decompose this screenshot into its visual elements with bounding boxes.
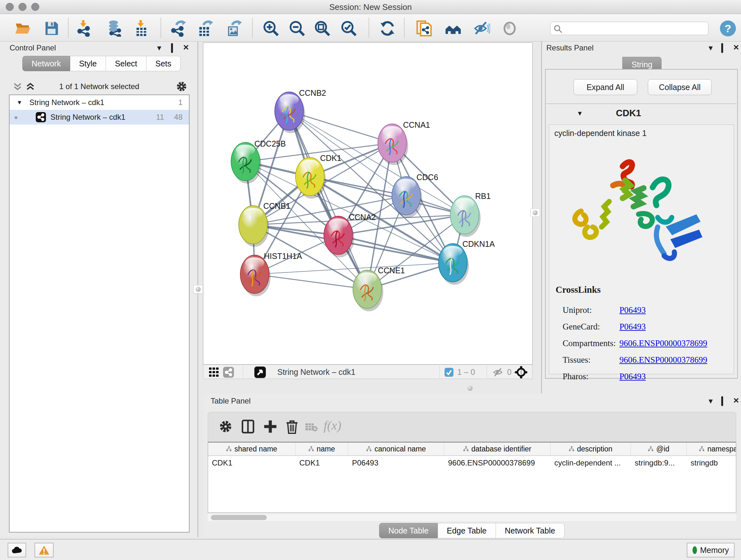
expand-all-button[interactable]: Expand All [574,79,637,95]
column-header-description[interactable]: description [550,442,631,455]
crosslink-link[interactable]: 9606.ENSP00000378699 [619,338,707,348]
gene-collapse-icon[interactable]: ▼ [577,110,583,117]
control-panel-menu-icon[interactable]: ▼ [156,44,163,52]
tab-network-table[interactable]: Network Table [496,523,564,538]
control-panel-float-icon[interactable] [171,44,173,52]
table-cell[interactable]: stringdb:9... [631,456,687,470]
right-splitter-grip[interactable] [530,208,540,217]
save-session-icon[interactable] [43,20,60,37]
window-minimize-traffic-light[interactable] [18,3,26,11]
results-panel-menu-icon[interactable]: ▼ [707,44,714,52]
table-panel-float-icon[interactable] [721,397,723,406]
tree-expand-icon[interactable]: ▼ [17,95,22,110]
table-panel-menu-icon[interactable]: ▼ [707,397,714,406]
import-network-file-icon[interactable] [76,20,92,37]
crosslink-link[interactable]: 9606.ENSP00000378699 [619,355,707,365]
gene-detail-box: cyclin-dependent kinase 1 [549,125,734,374]
warnings-button[interactable] [35,543,54,557]
zoom-in-icon[interactable] [263,20,279,37]
selected-checkbox-icon[interactable] [445,368,454,377]
table-options-gear-icon[interactable] [218,419,233,434]
edge-CCNE1-HIST1H1A[interactable] [255,274,367,289]
tab-style[interactable]: Style [70,56,106,71]
string-network-graph[interactable]: CCNB2CCNA1CDC25BCDK1CDC6RB1CCNB1CCNA2CDK… [203,43,532,364]
cloud-button[interactable] [8,543,26,557]
node-CCNB2[interactable]: CCNB2 [275,88,326,133]
show-hidden-icon[interactable] [501,20,518,37]
node-RB1[interactable]: RB1 [450,192,491,237]
table-cell[interactable]: CDK1 [208,456,295,470]
column-header-namespac[interactable]: namespac [687,442,736,455]
left-splitter-grip[interactable] [193,285,203,294]
export-table-icon[interactable] [197,20,213,37]
add-column-icon[interactable] [263,419,278,434]
import-table-icon[interactable] [133,20,150,37]
node-table[interactable]: shared namenamecanonical namedatabase id… [208,442,736,513]
node-CCNA1[interactable]: CCNA1 [378,120,430,165]
show-columns-icon[interactable] [241,419,255,434]
column-header-database-identifier[interactable]: database identifier [444,442,550,455]
search-input[interactable] [550,22,709,35]
tab-edge-table[interactable]: Edge Table [438,523,496,538]
import-network-database-icon[interactable] [107,20,123,37]
clone-network-icon[interactable] [416,20,433,37]
gene-header[interactable]: ▼ CDK1 [546,105,737,123]
export-network-icon[interactable] [170,20,187,37]
help-icon[interactable]: ? [720,20,736,37]
column-header-name[interactable]: name [295,442,348,455]
tab-sets[interactable]: Sets [146,56,181,71]
delete-column-icon[interactable] [285,419,299,434]
table-cell[interactable]: cyclin-dependent ... [550,456,631,470]
network-edges[interactable] [246,111,465,289]
zoom-out-icon[interactable] [289,20,306,37]
export-image-icon[interactable] [225,20,242,37]
memory-button[interactable]: Memory [687,543,735,557]
collection-count: 1 [179,95,183,110]
show-all-networks-icon[interactable] [445,20,461,37]
open-session-icon[interactable] [14,20,31,37]
tab-select[interactable]: Select [106,56,146,71]
node-HIST1H1A[interactable]: HIST1H1A [240,252,302,296]
results-panel-float-icon[interactable] [721,44,723,52]
birdseye-view-icon[interactable] [254,367,266,378]
table-cell[interactable]: stringdb [687,456,736,470]
table-cell[interactable]: P06493 [348,456,444,470]
node-CCNE1[interactable]: CCNE1 [353,266,405,311]
refresh-layout-icon[interactable] [379,20,396,37]
control-panel-close-icon[interactable]: × [183,42,189,53]
hide-selected-icon[interactable] [474,20,490,37]
tab-network[interactable]: Network [22,56,70,71]
table-cell[interactable]: 9606.ENSP00000378699 [444,456,550,470]
network-row-selected[interactable]: ● String Network – cdk1 11 48 [10,110,189,125]
table-panel-close-icon[interactable]: × [733,395,739,406]
node-CDKN1A[interactable]: CDKN1A [439,240,495,285]
edge-CCNA2-CDKN1A[interactable] [338,235,453,263]
network-canvas[interactable]: CCNB2CCNA1CDC25BCDK1CDC6RB1CCNB1CCNA2CDK… [203,43,533,365]
collapse-all-button[interactable]: Collapse All [648,79,712,95]
delete-table-icon [305,422,318,432]
edge-CCNB2-CCNE1[interactable] [289,111,367,289]
fit-content-crosshair-icon[interactable] [515,366,528,379]
results-panel-close-icon[interactable]: × [733,42,739,53]
window-close-traffic-light[interactable] [6,3,14,11]
crosslink-link[interactable]: P06493 [619,305,646,315]
network-view-share-icon[interactable] [223,367,234,378]
grid-view-icon[interactable] [209,368,219,377]
crosslink-link[interactable]: P06493 [619,322,646,332]
scrollbar-thumb[interactable] [211,515,267,520]
window-zoom-traffic-light[interactable] [31,3,39,11]
table-cell[interactable]: CDK1 [295,456,348,470]
node-CCNA2[interactable]: CCNA2 [324,212,376,257]
zoom-selected-icon[interactable] [340,20,357,37]
crosslink-link[interactable]: P06493 [619,372,646,381]
column-header-shared-name[interactable]: shared name [208,442,295,455]
table-horizontal-scrollbar[interactable] [208,514,736,521]
tab-node-table[interactable]: Node Table [379,523,438,538]
network-collection-row[interactable]: ▼ String Network – cdk1 1 [10,95,189,110]
bottom-splitter-grip[interactable] [465,384,475,392]
zoom-fit-icon[interactable] [314,20,331,37]
column-header-canonical-name[interactable]: canonical name [348,442,444,455]
network-options-gear-icon[interactable] [176,80,188,92]
table-row[interactable]: CDK1CDK1P064939606.ENSP00000378699cyclin… [208,456,736,470]
column-header-@id[interactable]: @id [631,442,687,455]
